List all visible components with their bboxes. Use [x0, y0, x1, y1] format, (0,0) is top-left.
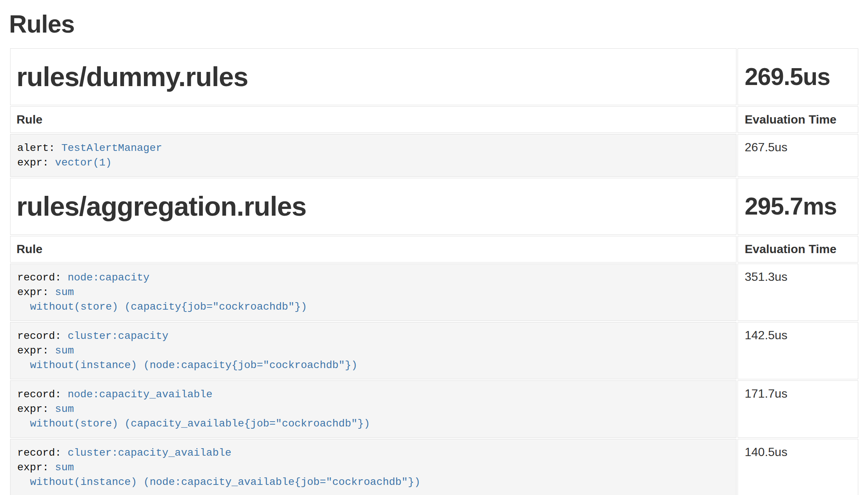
yaml-key: expr:: [17, 403, 49, 415]
record-name-link[interactable]: node:capacity: [67, 272, 149, 283]
rule-group-time-cell: 269.5us: [738, 48, 858, 105]
expr-link[interactable]: sum: [55, 286, 74, 298]
rule-code-line: record: node:capacity_available: [17, 387, 730, 402]
yaml-key: record:: [17, 330, 61, 342]
rule-group-time-cell: 295.7ms: [738, 178, 858, 235]
expr-continuation-link[interactable]: without(instance) (node:capacity{job="co…: [30, 359, 358, 371]
column-header-row: Rule Evaluation Time: [10, 106, 858, 133]
rule-code-line: expr: sum: [17, 343, 730, 358]
evaluation-time-column-header: Evaluation Time: [738, 236, 858, 262]
rule-evaluation-time: 267.5us: [738, 134, 858, 177]
rule-definition-cell: alert: TestAlertManager expr: vector(1): [10, 134, 736, 177]
rule-column-header: Rule: [10, 236, 736, 262]
page-title: Rules: [9, 10, 859, 38]
rule-code-line: without(instance) (node:capacity{job="co…: [17, 358, 730, 373]
rule-code-line: expr: sum: [17, 402, 730, 416]
expr-link[interactable]: sum: [55, 462, 74, 473]
yaml-key: record:: [17, 272, 61, 283]
rules-table: rules/dummy.rules 269.5us Rule Evaluatio…: [9, 47, 859, 495]
rule-definition-cell: record: cluster:capacity_available expr:…: [10, 439, 736, 495]
rule-group-file-cell: rules/aggregation.rules: [10, 178, 736, 235]
rule-group-file-cell: rules/dummy.rules: [10, 48, 736, 105]
expr-continuation-link[interactable]: without(store) (capacity_available{job="…: [30, 418, 370, 429]
yaml-key: record:: [17, 389, 61, 400]
rule-evaluation-time: 140.5us: [738, 439, 858, 495]
rule-column-header: Rule: [10, 106, 736, 133]
rule-group-title: rules/aggregation.rules: [16, 191, 730, 222]
rule-code-line: expr: vector(1): [17, 155, 730, 170]
yaml-key: expr:: [17, 345, 49, 356]
rule-group-header-row: rules/aggregation.rules 295.7ms: [10, 178, 858, 235]
rule-code-line: without(store) (capacity{job="cockroachd…: [17, 300, 730, 314]
yaml-key: expr:: [17, 286, 49, 298]
yaml-key: expr:: [17, 157, 49, 168]
rule-group-title: rules/dummy.rules: [16, 61, 730, 92]
alert-name-link[interactable]: TestAlertManager: [61, 142, 162, 154]
rule-code-line: expr: sum: [17, 285, 730, 300]
rules-page: Rules rules/dummy.rules 269.5us Rule Eva…: [0, 10, 868, 495]
rule-group-evaluation-time: 269.5us: [745, 63, 851, 91]
record-name-link[interactable]: node:capacity_available: [67, 389, 212, 400]
rule-code-line: record: cluster:capacity: [17, 329, 730, 343]
rule-code-line: record: cluster:capacity_available: [17, 446, 730, 460]
rule-row: record: cluster:capacity expr: sum witho…: [10, 322, 858, 379]
rule-definition-cell: record: node:capacity_available expr: su…: [10, 380, 736, 438]
rule-group-header-row: rules/dummy.rules 269.5us: [10, 48, 858, 105]
expr-link[interactable]: vector(1): [55, 157, 112, 168]
rule-definition-cell: record: cluster:capacity expr: sum witho…: [10, 322, 736, 379]
record-name-link[interactable]: cluster:capacity_available: [67, 447, 231, 459]
rule-row: record: node:capacity expr: sum without(…: [10, 264, 858, 321]
rule-row: record: cluster:capacity_available expr:…: [10, 439, 858, 495]
yaml-key: record:: [17, 447, 61, 459]
rule-code-line: alert: TestAlertManager: [17, 141, 730, 155]
yaml-key: alert:: [17, 142, 55, 154]
expr-link[interactable]: sum: [55, 345, 74, 356]
rule-definition-cell: record: node:capacity expr: sum without(…: [10, 264, 736, 321]
record-name-link[interactable]: cluster:capacity: [67, 330, 168, 342]
rule-row: alert: TestAlertManager expr: vector(1) …: [10, 134, 858, 177]
rule-code-line: without(store) (capacity_available{job="…: [17, 416, 730, 431]
rule-evaluation-time: 142.5us: [738, 322, 858, 379]
yaml-key: expr:: [17, 462, 49, 473]
column-header-row: Rule Evaluation Time: [10, 236, 858, 262]
rule-code-line: without(instance) (node:capacity_availab…: [17, 475, 730, 489]
rule-code-line: expr: sum: [17, 460, 730, 475]
rule-row: record: node:capacity_available expr: su…: [10, 380, 858, 438]
rule-code-line: record: node:capacity: [17, 270, 730, 285]
expr-continuation-link[interactable]: without(instance) (node:capacity_availab…: [30, 476, 421, 488]
rule-evaluation-time: 351.3us: [738, 264, 858, 321]
rule-group-evaluation-time: 295.7ms: [745, 192, 851, 220]
evaluation-time-column-header: Evaluation Time: [738, 106, 858, 133]
rule-evaluation-time: 171.7us: [738, 380, 858, 438]
expr-continuation-link[interactable]: without(store) (capacity{job="cockroachd…: [30, 301, 307, 313]
expr-link[interactable]: sum: [55, 403, 74, 415]
